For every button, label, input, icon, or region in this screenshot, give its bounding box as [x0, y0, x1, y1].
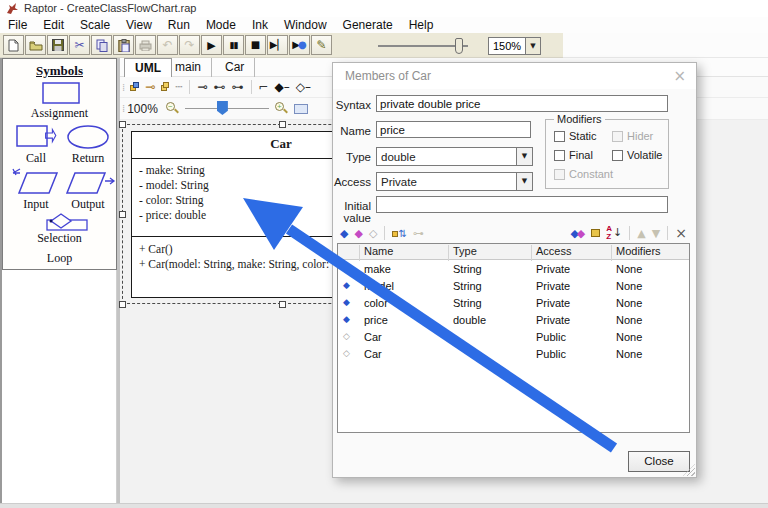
menu-run[interactable]: Run	[160, 17, 198, 33]
run-to-breakpoint-button[interactable]: ▶●	[289, 35, 310, 55]
input-shape-icon[interactable]	[11, 167, 63, 197]
association-tool[interactable]: ⊸	[145, 81, 155, 93]
run-button[interactable]: ▶	[201, 35, 222, 55]
dialog-titlebar[interactable]: Members of Car ×	[333, 63, 696, 89]
delete-member-icon[interactable]: ×	[675, 226, 687, 240]
type-dropdown-icon[interactable]: ▼	[516, 148, 532, 165]
undo-button[interactable]: ↶	[157, 35, 178, 55]
fit-to-window-icon[interactable]	[294, 104, 308, 114]
selection-handle[interactable]	[119, 211, 126, 218]
call-shape-icon[interactable]	[15, 122, 59, 150]
selection-handle[interactable]	[119, 121, 126, 128]
pause-button[interactable]: ▮▮	[223, 35, 244, 55]
menu-ink[interactable]: Ink	[244, 17, 276, 33]
initial-value-input[interactable]	[376, 196, 668, 213]
toolbar-grip-icon: ⁞	[122, 103, 123, 114]
table-row[interactable]: ◇CarPublicNone	[338, 329, 689, 346]
move-down-icon: ▼	[652, 228, 660, 239]
col-modifiers[interactable]: Modifiers	[616, 245, 661, 257]
name-input[interactable]	[376, 121, 531, 138]
duplicate-tool[interactable]	[161, 81, 169, 93]
print-button[interactable]	[135, 35, 156, 55]
new-file-button[interactable]	[3, 35, 24, 55]
menu-file[interactable]: File	[0, 17, 35, 33]
show-table-icon[interactable]	[591, 228, 600, 239]
menu-view[interactable]: View	[118, 17, 160, 33]
uml-class-attributes: - make: String- model: String- color: St…	[139, 163, 209, 223]
new-class-tool[interactable]	[130, 81, 139, 93]
add-class-member-icon[interactable]: ⇅	[392, 228, 406, 239]
class-icon-blue	[133, 82, 139, 88]
open-file-button[interactable]	[25, 35, 46, 55]
dialog-title: Members of Car	[345, 69, 431, 83]
step-icon: ▶▏	[270, 40, 285, 50]
tab-car[interactable]: Car	[215, 58, 255, 77]
return-shape-icon[interactable]	[65, 124, 111, 150]
col-name[interactable]: Name	[364, 245, 393, 257]
dependency-tool[interactable]: ⊷	[214, 81, 226, 93]
cut-button[interactable]: ✂	[69, 35, 90, 55]
copy-button[interactable]	[91, 35, 112, 55]
table-row[interactable]: ◇CarPublicNone	[338, 346, 689, 363]
table-row[interactable]: ◆modelStringPrivateNone	[338, 278, 689, 295]
table-row[interactable]: ◆colorStringPrivateNone	[338, 295, 689, 312]
close-button[interactable]: Close	[628, 451, 690, 472]
type-label: Type	[331, 151, 371, 163]
table-row[interactable]: ◆pricedoublePrivateNone	[338, 312, 689, 329]
menu-window[interactable]: Window	[276, 17, 335, 33]
dialog-close-icon[interactable]: ×	[673, 67, 686, 85]
zoom-out-button[interactable]: −	[166, 102, 179, 115]
access-dropdown-icon[interactable]: ▼	[516, 173, 532, 190]
selection-handle[interactable]	[279, 301, 286, 308]
ink-pen-button[interactable]: ✎	[311, 35, 332, 55]
realization-tool[interactable]: ⊶	[232, 81, 244, 93]
access-combo[interactable]: Private ▼	[376, 172, 533, 191]
speed-slider-thumb[interactable]	[455, 38, 463, 54]
final-checkbox[interactable]: Final	[554, 149, 593, 161]
menu-mode[interactable]: Mode	[198, 17, 244, 33]
sort-az-icon[interactable]: AZ↓	[606, 225, 622, 241]
dashed-link-tool[interactable]: ┄	[175, 81, 182, 93]
menu-help[interactable]: Help	[401, 17, 442, 33]
save-button[interactable]	[47, 35, 68, 55]
composition-tool[interactable]: ◆–	[275, 81, 290, 93]
volatile-checkbox[interactable]: Volatile	[612, 149, 662, 161]
redo-button[interactable]: ↷	[179, 35, 200, 55]
col-access[interactable]: Access	[536, 245, 571, 257]
assignment-shape-icon[interactable]	[41, 81, 81, 105]
elbow-connector-tool[interactable]: ⌐	[259, 81, 269, 93]
add-field-icon[interactable]: ◆	[340, 228, 348, 239]
static-checkbox[interactable]: Static	[554, 130, 597, 142]
add-property-icon[interactable]: ◆	[354, 228, 362, 239]
diagram-zoom-thumb[interactable]	[217, 101, 228, 115]
menu-scale[interactable]: Scale	[72, 17, 118, 33]
stop-button[interactable]: ■	[245, 35, 266, 55]
selection-handle[interactable]	[119, 301, 126, 308]
menu-generate[interactable]: Generate	[335, 17, 401, 33]
selection-handle[interactable]	[279, 121, 286, 128]
members-table[interactable]: Name Type Access Modifiers ◆makeStringPr…	[337, 243, 690, 433]
syntax-input[interactable]	[376, 95, 668, 112]
zoom-in-button[interactable]: +	[275, 102, 288, 115]
table-row[interactable]: ◆makeStringPrivateNone	[338, 261, 689, 278]
navigable-association-tool[interactable]: ⊸	[197, 81, 207, 93]
add-method-icon[interactable]: ◇	[369, 228, 377, 239]
symbol-return-label: Return	[63, 151, 113, 166]
zoom-combo-dropdown-icon[interactable]: ▼	[525, 38, 540, 54]
members-table-header[interactable]: Name Type Access Modifiers	[338, 244, 689, 260]
type-combo[interactable]: double ▼	[376, 147, 533, 166]
output-shape-icon[interactable]	[65, 167, 117, 197]
selection-shape-icon[interactable]	[33, 212, 89, 232]
paste-button[interactable]	[113, 35, 134, 55]
tab-main[interactable]: main	[165, 58, 212, 77]
run-to-ball-icon: ●	[298, 40, 307, 50]
window-zoom-combo[interactable]: 150% ▼	[488, 37, 541, 55]
col-type[interactable]: Type	[453, 245, 477, 257]
show-fields-icon[interactable]: ◆◆	[570, 228, 585, 239]
toolbar-grip-icon: ⁞	[122, 82, 123, 93]
menu-edit[interactable]: Edit	[35, 17, 72, 33]
symbol-input-label: Input	[11, 197, 61, 212]
diagram-zoom-slider[interactable]	[185, 108, 269, 109]
aggregation-tool[interactable]: ◇–	[296, 81, 311, 93]
step-button[interactable]: ▶▏	[267, 35, 288, 55]
